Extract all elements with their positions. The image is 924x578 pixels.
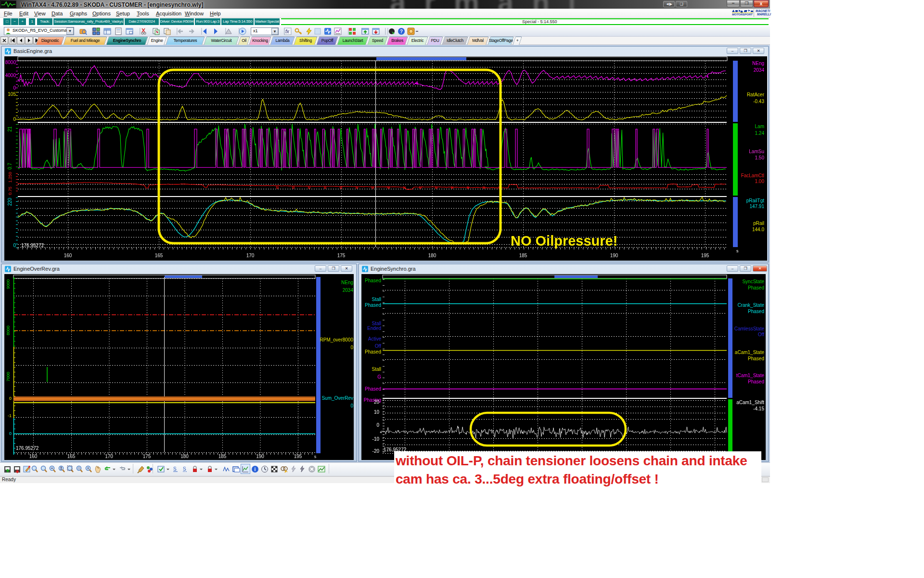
svg-text:0: 0 bbox=[9, 431, 12, 436]
svg-text:-10: -10 bbox=[372, 436, 380, 442]
svg-text:NEng: NEng bbox=[752, 61, 764, 66]
svg-text:tCam1_State: tCam1_State bbox=[736, 373, 765, 378]
svg-text:8000: 8000 bbox=[5, 60, 16, 65]
svg-text:S: S bbox=[173, 466, 177, 472]
svg-text:Off: Off bbox=[758, 332, 764, 337]
svg-text:G: G bbox=[377, 374, 381, 380]
svg-text:147.91: 147.91 bbox=[749, 204, 764, 209]
svg-text:Ended: Ended bbox=[367, 326, 381, 331]
svg-text:Phased: Phased bbox=[365, 278, 381, 283]
svg-text:fx: fx bbox=[285, 29, 290, 34]
svg-text:Lam: Lam bbox=[755, 124, 764, 129]
svg-text:CamlessState: CamlessState bbox=[734, 326, 765, 331]
svg-text:0.75: 0.75 bbox=[8, 186, 13, 195]
svg-text:0: 0 bbox=[350, 345, 353, 350]
svg-text:Stall: Stall bbox=[372, 297, 381, 302]
svg-text:7000: 7000 bbox=[6, 372, 11, 381]
svg-text:Sum_OverRev: Sum_OverRev bbox=[321, 395, 353, 401]
svg-text:0: 0 bbox=[9, 396, 12, 401]
svg-text:?: ? bbox=[400, 29, 403, 34]
svg-text:175: 175 bbox=[337, 253, 346, 258]
svg-text:S: S bbox=[183, 466, 186, 472]
svg-text:Phased: Phased bbox=[748, 285, 764, 290]
svg-text:-1: -1 bbox=[8, 413, 12, 418]
svg-text:2034: 2034 bbox=[754, 67, 765, 73]
svg-text:0.7: 0.7 bbox=[7, 163, 13, 170]
svg-text:i: i bbox=[255, 467, 256, 472]
svg-text:FacLamCtl: FacLamCtl bbox=[741, 173, 764, 178]
svg-text:Phased: Phased bbox=[365, 302, 381, 308]
svg-text:1.00: 1.00 bbox=[755, 179, 765, 184]
svg-text:Phased: Phased bbox=[748, 309, 764, 314]
svg-text:pRail: pRail bbox=[753, 221, 764, 226]
svg-text:176.95272: 176.95272 bbox=[21, 243, 44, 248]
svg-text:NO Oilpressure!: NO Oilpressure! bbox=[511, 233, 617, 249]
svg-text:0: 0 bbox=[13, 85, 16, 91]
svg-text:Phased: Phased bbox=[365, 349, 381, 355]
svg-text:-4.15: -4.15 bbox=[753, 406, 764, 411]
svg-text:RatAcer: RatAcer bbox=[747, 92, 765, 97]
svg-text:10: 10 bbox=[374, 409, 380, 415]
svg-text:Phased: Phased bbox=[365, 386, 381, 392]
svg-text:s: s bbox=[314, 454, 317, 459]
svg-text:pRailTgt: pRailTgt bbox=[746, 198, 764, 203]
svg-text:165: 165 bbox=[155, 253, 163, 258]
svg-text:Phased: Phased bbox=[748, 379, 764, 384]
svg-text:1.24: 1.24 bbox=[755, 131, 765, 136]
svg-text:9000: 9000 bbox=[6, 279, 11, 289]
svg-text:Active: Active bbox=[368, 336, 382, 342]
svg-text:0: 0 bbox=[376, 422, 379, 428]
svg-text:144.0: 144.0 bbox=[752, 227, 764, 232]
svg-text:RPM_over8000: RPM_over8000 bbox=[320, 337, 354, 342]
svg-text:0: 0 bbox=[13, 117, 16, 122]
svg-text:4000: 4000 bbox=[5, 73, 16, 78]
svg-text:Phased: Phased bbox=[748, 356, 764, 361]
svg-text:-20: -20 bbox=[372, 448, 380, 454]
svg-text:170: 170 bbox=[246, 253, 255, 258]
svg-text:Crank_State: Crank_State bbox=[737, 302, 764, 308]
svg-text:176.95272: 176.95272 bbox=[16, 446, 39, 451]
svg-text:8000: 8000 bbox=[6, 326, 11, 335]
svg-text:21: 21 bbox=[7, 126, 13, 132]
svg-text:160: 160 bbox=[64, 253, 72, 258]
svg-text:220: 220 bbox=[7, 197, 13, 206]
svg-text:Stall: Stall bbox=[372, 367, 381, 372]
svg-text:1.250: 1.250 bbox=[8, 172, 13, 183]
svg-text:105: 105 bbox=[8, 92, 16, 97]
svg-text:Off: Off bbox=[375, 343, 381, 349]
svg-text:NEng: NEng bbox=[341, 280, 353, 285]
svg-text:2034: 2034 bbox=[343, 288, 354, 293]
svg-text:190: 190 bbox=[610, 253, 618, 258]
svg-text:aCam1_Shift: aCam1_Shift bbox=[736, 400, 764, 405]
svg-text:aCam1_State: aCam1_State bbox=[735, 350, 765, 355]
svg-text:20: 20 bbox=[374, 399, 380, 405]
svg-text:0: 0 bbox=[13, 243, 16, 248]
svg-text:s: s bbox=[736, 249, 739, 253]
svg-text:185: 185 bbox=[519, 253, 527, 258]
svg-text:1.50: 1.50 bbox=[755, 155, 765, 160]
svg-text:180: 180 bbox=[428, 253, 436, 258]
svg-text:0: 0 bbox=[350, 403, 353, 408]
svg-text:LamSu: LamSu bbox=[749, 149, 764, 154]
svg-text:-0.43: -0.43 bbox=[753, 99, 764, 104]
svg-text:195: 195 bbox=[701, 253, 709, 258]
svg-text:SyncState: SyncState bbox=[742, 279, 764, 284]
